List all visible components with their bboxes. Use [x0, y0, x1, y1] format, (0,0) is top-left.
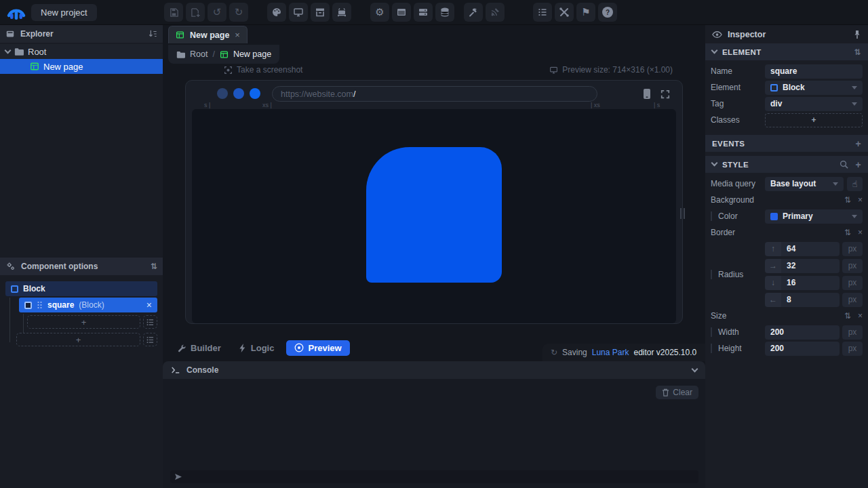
project-name-button[interactable]: New project	[31, 4, 97, 21]
dev-tools-button[interactable]	[555, 3, 574, 22]
publish-satellite-button[interactable]	[486, 3, 505, 22]
tree-item-root[interactable]: Root	[0, 44, 163, 59]
changelog-list-button[interactable]	[533, 3, 552, 22]
size-row: Size ⇅×	[705, 308, 868, 324]
search-icon[interactable]	[840, 160, 848, 169]
element-list-button[interactable]	[143, 333, 157, 346]
chevron-down-icon[interactable]	[692, 366, 698, 373]
move-handle-icon[interactable]: ⇅	[854, 47, 861, 57]
settings-button[interactable]: ⚙	[370, 3, 389, 22]
brand-link[interactable]: Luna Park	[592, 348, 629, 357]
sort-icon[interactable]	[148, 29, 157, 39]
media-query-select[interactable]: Base layout	[765, 177, 844, 191]
move-handle-icon[interactable]: ⇅	[844, 228, 851, 237]
element-list-button[interactable]	[143, 315, 157, 329]
breakpoint-marker-xs-left: xs |	[262, 102, 272, 108]
mobile-view-icon[interactable]	[643, 88, 651, 100]
chevron-down-icon	[711, 160, 718, 167]
width-unit[interactable]: px	[842, 325, 863, 340]
console-input[interactable]	[170, 470, 698, 483]
mode-preview-button[interactable]: Preview	[286, 340, 349, 356]
top-toolbar: New project ↺ ↻ ⚙	[0, 0, 868, 25]
build-hammer-button[interactable]	[464, 3, 483, 22]
save-as-button[interactable]	[186, 3, 205, 22]
chevron-down-icon[interactable]	[5, 47, 12, 54]
feedback-flag-button[interactable]: ⚑	[576, 3, 595, 22]
radius-top-input[interactable]: 64	[781, 242, 840, 256]
breadcrumb-separator: /	[212, 49, 214, 59]
color-select[interactable]: Primary	[765, 209, 863, 224]
component-options-panel: Component options ⇅ Block square (Block)…	[0, 258, 163, 346]
radius-top-unit[interactable]: px	[842, 242, 863, 256]
radius-bottom-input[interactable]: 16	[781, 276, 840, 290]
radius-bottom-unit[interactable]: px	[842, 276, 863, 290]
help-button[interactable]: ?	[598, 3, 617, 22]
move-handle-icon[interactable]: ⇅	[151, 262, 157, 271]
close-icon[interactable]: ×	[146, 300, 152, 310]
mode-builder-button[interactable]: Builder	[172, 340, 226, 356]
pin-icon[interactable]	[853, 30, 861, 39]
redo-button[interactable]: ↻	[229, 3, 248, 22]
undo-button[interactable]: ↺	[208, 3, 226, 22]
breadcrumb-page[interactable]: New page	[233, 49, 271, 59]
add-element-button[interactable]: +	[16, 333, 140, 346]
component-block-row[interactable]: Block	[5, 281, 157, 296]
element-section-header[interactable]: ELEMENT ⇅	[705, 43, 868, 60]
url-input[interactable]: https://website.com/	[272, 86, 597, 102]
add-element-button[interactable]: +	[27, 315, 140, 329]
app-window: New project ↺ ↻ ⚙	[0, 0, 868, 488]
radius-left-unit[interactable]: px	[842, 293, 863, 307]
mode-logic-button[interactable]: Logic	[233, 340, 280, 356]
radius-right-input[interactable]: 32	[781, 259, 840, 273]
classes-row: Classes +	[705, 112, 868, 128]
add-style-icon[interactable]: +	[855, 159, 861, 170]
remove-icon[interactable]: ×	[858, 195, 863, 205]
style-section-header[interactable]: STYLE +	[705, 156, 868, 173]
tree-item-new-page[interactable]: New page	[0, 59, 163, 74]
save-button[interactable]	[164, 3, 183, 22]
theme-palette-button[interactable]	[267, 3, 286, 22]
inspector-panel: Inspector ELEMENT ⇅ Name square Element …	[705, 25, 868, 488]
move-handle-icon[interactable]: ⇅	[844, 195, 851, 205]
eye-icon	[294, 343, 304, 352]
events-section-header[interactable]: EVENTS +	[705, 135, 868, 152]
tree-item-new-page-label: New page	[43, 62, 83, 72]
radius-left-input[interactable]: 8	[781, 293, 840, 307]
console-clear-button[interactable]: Clear	[656, 386, 698, 399]
pages-window-button[interactable]	[392, 3, 411, 22]
tab-new-page[interactable]: New page ×	[168, 26, 248, 43]
height-unit[interactable]: px	[842, 342, 863, 356]
tag-select[interactable]: div	[765, 97, 863, 111]
interactive-state-button[interactable]: ☝	[847, 177, 863, 191]
name-input[interactable]: square	[765, 64, 863, 79]
assets-archive-button[interactable]	[311, 3, 330, 22]
remove-icon[interactable]: ×	[858, 311, 863, 321]
block-icon	[11, 285, 18, 293]
luna-park-logo-icon[interactable]	[5, 2, 27, 24]
console-header[interactable]: Console	[163, 361, 705, 379]
remove-icon[interactable]: ×	[858, 228, 863, 237]
add-event-icon[interactable]: +	[855, 138, 861, 149]
media-query-value: Base layout	[770, 179, 816, 188]
square-element[interactable]	[366, 147, 502, 283]
element-select[interactable]: Block	[765, 81, 863, 95]
server-button[interactable]	[414, 3, 433, 22]
database-button[interactable]	[435, 3, 454, 22]
add-class-button[interactable]: +	[765, 113, 863, 127]
component-square-row[interactable]: square (Block) ×	[19, 298, 157, 312]
fullscreen-icon[interactable]	[660, 89, 670, 99]
width-input[interactable]: 200	[765, 325, 840, 340]
height-input[interactable]: 200	[765, 342, 840, 356]
move-handle-icon[interactable]: ⇅	[844, 311, 851, 321]
components-kit-button[interactable]	[332, 3, 351, 22]
name-row: Name square	[705, 63, 868, 79]
breadcrumb-root[interactable]: Root	[190, 49, 208, 59]
mode-preview-label: Preview	[308, 343, 341, 353]
devices-button[interactable]	[289, 3, 308, 22]
resize-handle[interactable]	[680, 208, 685, 219]
page-icon	[30, 62, 39, 71]
take-screenshot-button[interactable]: Take a screenshot	[224, 65, 302, 75]
drag-grip-icon[interactable]	[37, 301, 43, 309]
radius-right-unit[interactable]: px	[842, 259, 863, 273]
tab-close-icon[interactable]: ×	[235, 30, 240, 40]
